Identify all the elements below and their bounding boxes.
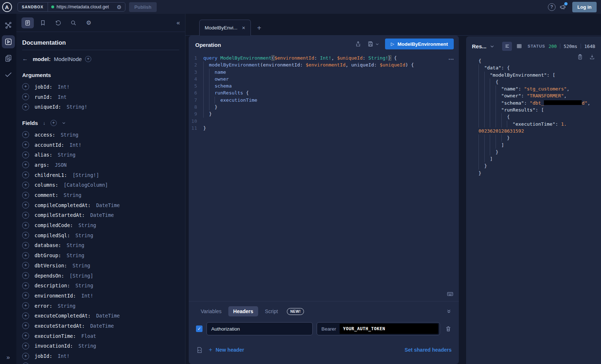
doc-field-row[interactable]: +access:String bbox=[22, 130, 179, 140]
tab-script[interactable]: Script bbox=[260, 306, 283, 316]
field-name[interactable]: error: bbox=[35, 303, 52, 309]
table-view-icon[interactable] bbox=[514, 42, 524, 51]
login-button[interactable]: Log in bbox=[572, 2, 597, 12]
download-response-icon[interactable] bbox=[589, 54, 595, 60]
header-value-input[interactable]: Bearer YOUR_AUTH_TOKEN bbox=[317, 322, 440, 335]
field-name[interactable]: comment: bbox=[35, 192, 58, 198]
connection-settings-gear-icon[interactable]: ⚙ bbox=[117, 4, 121, 10]
doc-field-row[interactable]: +executionTime:Float bbox=[22, 331, 179, 341]
field-name[interactable]: jobId: bbox=[35, 84, 52, 90]
apollo-logo[interactable]: A bbox=[0, 2, 14, 12]
field-name[interactable]: compiledSql: bbox=[35, 232, 70, 238]
query-editor[interactable]: 1query ModelByEnvironment($environmentId… bbox=[189, 52, 459, 302]
field-type[interactable]: Int! bbox=[58, 353, 70, 359]
add-field-icon[interactable]: + bbox=[22, 262, 29, 269]
help-icon[interactable]: ? bbox=[548, 3, 556, 11]
add-field-icon[interactable]: + bbox=[22, 171, 29, 178]
field-type[interactable]: String! bbox=[67, 104, 87, 110]
field-type[interactable]: [String] bbox=[69, 273, 93, 279]
field-name[interactable]: invocationId: bbox=[35, 343, 73, 349]
doc-field-row[interactable]: +database:String bbox=[22, 240, 179, 251]
field-type[interactable]: String bbox=[79, 222, 96, 228]
new-header-button[interactable]: + New header bbox=[209, 346, 244, 353]
field-type[interactable]: Int! bbox=[58, 84, 70, 90]
field-name[interactable]: database: bbox=[35, 242, 61, 248]
field-name[interactable]: childrenL1: bbox=[35, 172, 67, 178]
doc-field-row[interactable]: +columns:[CatalogColumn] bbox=[22, 180, 179, 190]
field-type[interactable]: JSON bbox=[55, 162, 67, 168]
add-field-icon[interactable]: + bbox=[22, 292, 29, 299]
add-field-icon[interactable]: + bbox=[22, 83, 29, 90]
add-field-icon[interactable]: + bbox=[22, 343, 29, 349]
field-name[interactable]: args: bbox=[35, 162, 49, 168]
doc-field-row[interactable]: +environmentId:Int! bbox=[22, 291, 179, 301]
field-name[interactable]: compileStartedAt: bbox=[35, 212, 85, 218]
bookmarks-tab-icon[interactable] bbox=[37, 17, 49, 28]
add-field-icon[interactable]: + bbox=[22, 322, 29, 329]
doc-field-row[interactable]: +dbtVersion:String bbox=[22, 260, 179, 271]
doc-field-row[interactable]: +compiledCode:String bbox=[22, 220, 179, 230]
doc-field-row[interactable]: +runId:Int bbox=[22, 92, 179, 102]
breadcrumb-type[interactable]: ModelNode bbox=[54, 56, 82, 62]
add-field-icon[interactable]: + bbox=[22, 212, 29, 219]
delete-header-icon[interactable] bbox=[445, 325, 452, 332]
doc-field-row[interactable]: +invocationId:String bbox=[22, 341, 179, 351]
field-name[interactable]: uniqueId: bbox=[35, 104, 61, 110]
field-type[interactable]: DateTime bbox=[90, 323, 114, 329]
response-body[interactable]: {"data": {"modelByEnvironment": [{"name"… bbox=[466, 52, 601, 364]
field-type[interactable]: Float bbox=[81, 333, 96, 339]
doc-field-row[interactable]: +childrenL1:[String!] bbox=[22, 170, 179, 180]
field-name[interactable]: compiledCode: bbox=[35, 222, 73, 228]
field-name[interactable]: accountId: bbox=[35, 142, 64, 148]
doc-field-row[interactable]: +jobId:Int! bbox=[22, 82, 179, 92]
add-field-icon[interactable]: + bbox=[22, 202, 29, 209]
field-name[interactable]: executionTime: bbox=[35, 333, 76, 339]
doc-field-row[interactable]: +jobId:Int! bbox=[22, 351, 179, 361]
field-type[interactable]: String bbox=[72, 263, 90, 268]
field-name[interactable]: environmentId: bbox=[35, 293, 76, 299]
run-operation-button[interactable]: ▷ ModelByEnvironment bbox=[385, 39, 454, 49]
add-field-icon[interactable]: + bbox=[22, 161, 29, 168]
field-type[interactable]: String bbox=[58, 303, 76, 309]
doc-field-row[interactable]: +accountId:Int! bbox=[22, 140, 179, 150]
add-field-icon[interactable]: + bbox=[22, 141, 29, 148]
history-tab-icon[interactable] bbox=[52, 17, 64, 28]
doc-field-row[interactable]: +compileStartedAt:DateTime bbox=[22, 210, 179, 221]
field-type[interactable]: [CatalogColumn] bbox=[64, 182, 108, 188]
endpoint-url-input[interactable]: https://metadata.cloud.get bbox=[57, 4, 115, 9]
doc-field-row[interactable]: +dependsOn:[String] bbox=[22, 271, 179, 281]
field-name[interactable]: jobId: bbox=[35, 353, 52, 359]
add-field-icon[interactable]: + bbox=[22, 272, 29, 279]
set-shared-headers-link[interactable]: Set shared headers bbox=[405, 347, 452, 353]
collapse-panel-chevrons-icon[interactable] bbox=[446, 309, 452, 314]
back-arrow-icon[interactable]: ← bbox=[22, 56, 28, 62]
field-type[interactable]: String bbox=[67, 252, 84, 258]
response-dropdown-chevron-icon[interactable] bbox=[490, 44, 494, 49]
explorer-settings-tab-icon[interactable]: ⚙ bbox=[83, 17, 95, 28]
endpoint-url-box[interactable]: https://metadata.cloud.get ⚙ bbox=[48, 3, 125, 11]
field-name[interactable]: access: bbox=[35, 132, 55, 138]
field-type[interactable]: String bbox=[58, 152, 76, 158]
publish-button[interactable]: Publish bbox=[129, 2, 157, 12]
field-type[interactable]: DateTime bbox=[90, 212, 114, 218]
field-type[interactable]: Int! bbox=[81, 293, 93, 299]
close-tab-icon[interactable]: ✕ bbox=[242, 25, 245, 31]
checks-icon[interactable] bbox=[2, 68, 15, 81]
documentation-tab-icon[interactable] bbox=[21, 17, 34, 28]
field-name[interactable]: alias: bbox=[35, 152, 52, 158]
doc-field-row[interactable]: +error:String bbox=[22, 301, 179, 311]
field-name[interactable]: runId: bbox=[35, 94, 52, 100]
add-field-icon[interactable]: + bbox=[22, 302, 29, 309]
add-field-icon[interactable]: + bbox=[22, 252, 29, 259]
search-tab-icon[interactable] bbox=[67, 17, 80, 28]
save-operation-group[interactable] bbox=[367, 41, 379, 47]
raw-view-icon[interactable] bbox=[502, 42, 512, 51]
add-type-icon[interactable]: + bbox=[85, 56, 91, 62]
doc-field-row[interactable]: +executeCompletedAt:DateTime bbox=[22, 311, 179, 321]
add-field-icon[interactable]: + bbox=[22, 182, 29, 189]
add-all-fields-icon[interactable]: + bbox=[51, 120, 57, 126]
add-field-icon[interactable]: + bbox=[22, 151, 29, 158]
expand-rail-icon[interactable]: » bbox=[0, 354, 16, 361]
field-name[interactable]: executeStartedAt: bbox=[35, 323, 85, 329]
add-field-icon[interactable]: + bbox=[22, 363, 29, 364]
